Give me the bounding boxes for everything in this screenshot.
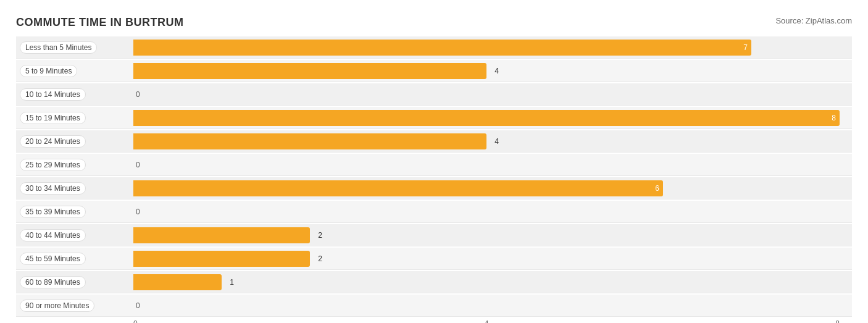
bar-value: 1 [230, 278, 234, 287]
bar-label-text: 25 to 29 Minutes [20, 159, 86, 171]
bar-label-text: 60 to 89 Minutes [20, 276, 86, 288]
bar-value: 2 [318, 254, 322, 263]
chart-source: Source: ZipAtlas.com [775, 16, 852, 25]
bar-label-text: 5 to 9 Minutes [20, 65, 77, 77]
bar-value: 8 [832, 114, 840, 122]
bar-row: 90 or more Minutes0 [16, 295, 852, 317]
bar-value: 4 [495, 137, 499, 146]
bar-fill: 4 [133, 63, 486, 79]
bar-track: 0 [133, 295, 852, 316]
bar-row: 45 to 59 Minutes2 [16, 248, 852, 270]
bar-track: 0 [133, 201, 852, 222]
x-axis-label: 8 [835, 319, 840, 323]
bar-fill: 4 [133, 133, 486, 149]
bar-track: 0 [133, 154, 852, 175]
bar-value: 7 [743, 43, 751, 52]
bar-row: 35 to 39 Minutes0 [16, 201, 852, 223]
bar-label-text: 20 to 24 Minutes [20, 135, 86, 148]
bar-track: 2 [133, 248, 852, 269]
bar-label: 10 to 14 Minutes [16, 88, 133, 101]
bar-row: 5 to 9 Minutes4 [16, 60, 852, 82]
x-axis-label: 4 [485, 319, 489, 323]
x-axis-label: 0 [133, 319, 138, 323]
bar-fill: 2 [133, 251, 310, 267]
bar-value: 2 [318, 231, 322, 240]
bar-value: 0 [136, 90, 140, 99]
bar-value: 0 [136, 161, 140, 169]
bar-label: 60 to 89 Minutes [16, 276, 133, 288]
bar-track: 2 [133, 224, 852, 246]
bar-label-text: 30 to 34 Minutes [20, 182, 86, 195]
bar-row: 30 to 34 Minutes6 [16, 177, 852, 199]
bar-label: 15 to 19 Minutes [16, 112, 133, 124]
bar-label: 30 to 34 Minutes [16, 182, 133, 195]
bar-row: Less than 5 Minutes7 [16, 36, 852, 59]
bar-row: 10 to 14 Minutes0 [16, 83, 852, 106]
bar-fill: 7 [133, 40, 751, 56]
bar-fill: 8 [133, 110, 840, 126]
chart-header: COMMUTE TIME IN BURTRUM Source: ZipAtlas… [16, 16, 852, 29]
bar-value: 4 [495, 67, 499, 75]
bar-track: 0 [133, 83, 852, 105]
bar-track: 6 [133, 177, 852, 199]
bar-track: 1 [133, 271, 852, 293]
bar-label: 40 to 44 Minutes [16, 229, 133, 241]
bar-track: 7 [133, 36, 852, 58]
bar-label-text: Less than 5 Minutes [20, 41, 97, 54]
bar-label: 45 to 59 Minutes [16, 253, 133, 265]
bar-fill: 2 [133, 227, 310, 243]
bar-label-text: 45 to 59 Minutes [20, 253, 86, 265]
bar-fill: 1 [133, 274, 222, 290]
bar-track: 8 [133, 107, 852, 128]
bar-value: 0 [136, 301, 140, 310]
bar-row: 60 to 89 Minutes1 [16, 271, 852, 293]
bar-row: 40 to 44 Minutes2 [16, 224, 852, 246]
bar-label-text: 10 to 14 Minutes [20, 88, 86, 101]
bar-row: 15 to 19 Minutes8 [16, 107, 852, 129]
bar-row: 25 to 29 Minutes0 [16, 154, 852, 176]
bar-track: 4 [133, 130, 852, 152]
bar-label: Less than 5 Minutes [16, 41, 133, 54]
bar-label-text: 15 to 19 Minutes [20, 112, 86, 124]
bars-area: Less than 5 Minutes75 to 9 Minutes410 to… [16, 36, 852, 317]
bar-fill: 6 [133, 180, 663, 196]
bar-label: 25 to 29 Minutes [16, 159, 133, 171]
bar-label: 20 to 24 Minutes [16, 135, 133, 148]
bar-label: 90 or more Minutes [16, 300, 133, 312]
bar-label-text: 35 to 39 Minutes [20, 206, 86, 218]
bar-track: 4 [133, 60, 852, 82]
bar-row: 20 to 24 Minutes4 [16, 130, 852, 153]
x-axis: 048 [16, 319, 852, 323]
chart-container: COMMUTE TIME IN BURTRUM Source: ZipAtlas… [10, 10, 858, 323]
bar-label: 35 to 39 Minutes [16, 206, 133, 218]
chart-title: COMMUTE TIME IN BURTRUM [16, 16, 183, 29]
bar-label-text: 40 to 44 Minutes [20, 229, 86, 241]
x-axis-labels: 048 [133, 319, 840, 323]
bar-label-text: 90 or more Minutes [20, 300, 94, 312]
bar-value: 6 [655, 184, 663, 193]
bar-label: 5 to 9 Minutes [16, 65, 133, 77]
bar-value: 0 [136, 208, 140, 216]
